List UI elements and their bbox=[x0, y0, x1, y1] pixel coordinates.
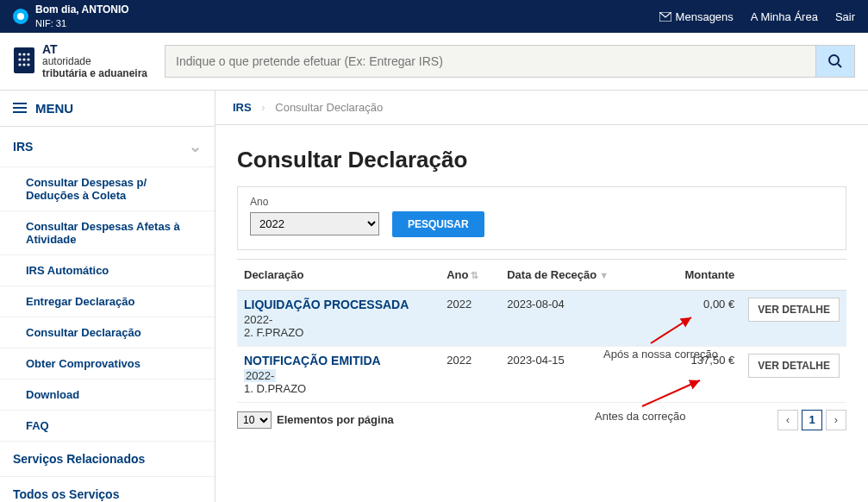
sidebar: MENU IRS ⌄ Consultar Despesas p/ Deduçõe… bbox=[0, 90, 215, 502]
container: MENU IRS ⌄ Consultar Despesas p/ Deduçõe… bbox=[0, 90, 868, 502]
ver-detalhe-button[interactable]: VER DETALHE bbox=[748, 298, 840, 322]
cell-ano: 2022 bbox=[440, 346, 500, 402]
logo[interactable]: AT autoridade tributária e aduaneira bbox=[13, 43, 147, 79]
nif-text: NIF: 31 bbox=[35, 17, 129, 29]
svg-point-3 bbox=[22, 53, 25, 55]
svg-point-9 bbox=[22, 63, 25, 66]
declaration-prazo: 1. D.PRAZO bbox=[244, 382, 306, 395]
filter-box: Ano 2022 PESQUISAR bbox=[237, 186, 846, 250]
sidebar-item-download[interactable]: Download bbox=[0, 380, 215, 411]
breadcrumb-separator-icon: › bbox=[261, 101, 265, 114]
sidebar-item-despesas-deducoes[interactable]: Consultar Despesas p/ Deduções à Coleta bbox=[0, 167, 215, 211]
sidebar-item-consultar-declaracao[interactable]: Consultar Declaração bbox=[0, 317, 215, 348]
svg-point-6 bbox=[22, 58, 25, 60]
declaration-prazo: 2. F.PRAZO bbox=[244, 326, 303, 339]
greeting-text: Bom dia, ANTONIO bbox=[35, 3, 129, 17]
sidebar-item-obter-comprovativos[interactable]: Obter Comprovativos bbox=[0, 348, 215, 380]
breadcrumb-irs[interactable]: IRS bbox=[233, 101, 252, 114]
sidebar-section-irs[interactable]: IRS ⌄ bbox=[0, 127, 215, 167]
breadcrumb-current: Consultar Declaração bbox=[275, 101, 383, 114]
logo-text: AT autoridade tributária e aduaneira bbox=[42, 43, 147, 79]
svg-point-10 bbox=[27, 63, 29, 66]
search-input[interactable] bbox=[165, 45, 815, 78]
table-wrap: Declaração Ano⇅ Data de Receção▼ Montant… bbox=[237, 259, 846, 403]
sidebar-item-entregar-declaracao[interactable]: Entregar Declaração bbox=[0, 286, 215, 317]
sidebar-todos-servicos[interactable]: Todos os Serviços bbox=[0, 477, 215, 502]
cell-montante: 0,00 € bbox=[646, 290, 741, 346]
logo-shield-icon bbox=[13, 47, 35, 76]
search-declarations-button[interactable]: PESQUISAR bbox=[392, 211, 484, 237]
my-area-link[interactable]: A Minha Área bbox=[751, 10, 818, 23]
pagination: ‹ 1 › bbox=[777, 410, 846, 430]
per-page-select[interactable]: 10 bbox=[237, 411, 272, 429]
user-avatar-icon bbox=[13, 9, 28, 24]
sidebar-item-despesas-atividade[interactable]: Consultar Despesas Afetas à Atividade bbox=[0, 211, 215, 255]
menu-toggle[interactable]: MENU bbox=[0, 90, 215, 127]
col-ano[interactable]: Ano⇅ bbox=[440, 260, 500, 291]
sort-icon: ▼ bbox=[599, 270, 609, 280]
sidebar-item-irs-automatico[interactable]: IRS Automático bbox=[0, 255, 215, 286]
user-info: Bom dia, ANTONIO NIF: 31 bbox=[35, 3, 129, 29]
svg-point-4 bbox=[27, 53, 29, 55]
col-data[interactable]: Data de Receção▼ bbox=[500, 260, 646, 291]
svg-point-7 bbox=[27, 58, 29, 60]
table-row: LIQUIDAÇÃO PROCESSADA 2022- 2. F.PRAZO 2… bbox=[237, 290, 846, 346]
svg-point-2 bbox=[18, 53, 21, 55]
declaration-id: 2022- bbox=[244, 313, 272, 326]
table-footer: 10 Elementos por página ‹ 1 › bbox=[215, 403, 868, 437]
chevron-down-icon: ⌄ bbox=[189, 137, 202, 156]
envelope-icon bbox=[659, 12, 671, 22]
sidebar-servicos-relacionados[interactable]: Serviços Relacionados bbox=[0, 442, 215, 477]
declaration-id: 2022- bbox=[244, 369, 276, 382]
topbar: Bom dia, ANTONIO NIF: 31 Mensagens A Min… bbox=[0, 0, 868, 33]
filter-year-label: Ano bbox=[250, 196, 834, 208]
cell-ano: 2022 bbox=[440, 290, 500, 346]
declaration-status-link[interactable]: LIQUIDAÇÃO PROCESSADA bbox=[244, 298, 433, 311]
cell-data: 2023-04-15 bbox=[500, 346, 646, 402]
messages-link[interactable]: Mensagens bbox=[659, 10, 734, 23]
search-icon bbox=[827, 53, 843, 69]
header: AT autoridade tributária e aduaneira bbox=[0, 33, 868, 90]
user-area: Bom dia, ANTONIO NIF: 31 bbox=[13, 3, 129, 29]
ver-detalhe-button[interactable]: VER DETALHE bbox=[748, 354, 840, 378]
hamburger-icon bbox=[13, 103, 27, 113]
year-select[interactable]: 2022 bbox=[250, 212, 379, 235]
submenu: Consultar Despesas p/ Deduções à Coleta … bbox=[0, 167, 215, 442]
cell-montante: 137,50 € bbox=[646, 346, 741, 402]
page-1-button[interactable]: 1 bbox=[802, 410, 822, 430]
page-title: Consultar Declaração bbox=[215, 125, 868, 186]
table-row: NOTIFICAÇÃO EMITIDA 2022- 1. D.PRAZO 202… bbox=[237, 346, 846, 402]
logout-link[interactable]: Sair bbox=[835, 10, 855, 23]
sort-icon: ⇅ bbox=[471, 270, 478, 280]
search-button[interactable] bbox=[815, 45, 855, 78]
svg-line-12 bbox=[838, 64, 841, 67]
col-montante[interactable]: Montante bbox=[646, 260, 741, 291]
cell-data: 2023-08-04 bbox=[500, 290, 646, 346]
search-wrap bbox=[165, 45, 855, 78]
declarations-table: Declaração Ano⇅ Data de Receção▼ Montant… bbox=[237, 260, 846, 403]
svg-point-8 bbox=[18, 63, 21, 66]
breadcrumb: IRS › Consultar Declaração bbox=[215, 90, 868, 125]
topbar-links: Mensagens A Minha Área Sair bbox=[659, 10, 855, 23]
main: IRS › Consultar Declaração Consultar Dec… bbox=[215, 90, 868, 502]
svg-point-5 bbox=[18, 58, 21, 60]
svg-point-11 bbox=[829, 55, 839, 65]
prev-page-button[interactable]: ‹ bbox=[777, 410, 798, 430]
per-page-label: Elementos por página bbox=[277, 413, 394, 426]
col-declaracao[interactable]: Declaração bbox=[237, 260, 440, 291]
sidebar-item-faq[interactable]: FAQ bbox=[0, 411, 215, 442]
next-page-button[interactable]: › bbox=[826, 410, 846, 430]
declaration-status-link[interactable]: NOTIFICAÇÃO EMITIDA bbox=[244, 354, 433, 367]
